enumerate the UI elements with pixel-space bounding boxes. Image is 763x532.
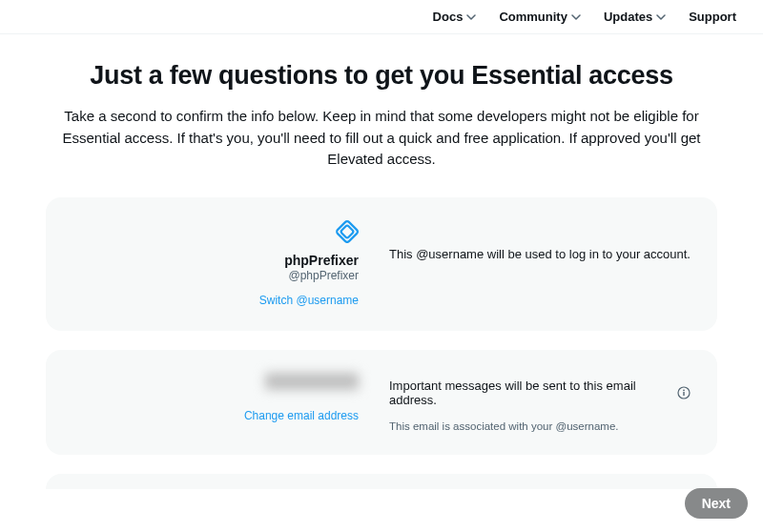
chevron-down-icon — [466, 12, 476, 22]
display-name: phpPrefixer — [72, 253, 359, 268]
svg-point-3 — [683, 389, 685, 391]
nav-community-label: Community — [499, 10, 567, 24]
nav-support-label: Support — [689, 10, 736, 24]
top-nav: Docs Community Updates Support — [0, 0, 763, 34]
page-subtitle: Take a second to confirm the info below.… — [48, 106, 715, 171]
svg-rect-4 — [683, 392, 684, 396]
svg-rect-0 — [340, 224, 354, 237]
nav-updates[interactable]: Updates — [604, 10, 666, 24]
nav-support[interactable]: Support — [689, 10, 736, 24]
username-card-left: phpPrefixer @phpPrefixer Switch @usernam… — [72, 220, 359, 308]
nav-community[interactable]: Community — [499, 10, 581, 24]
change-email-link[interactable]: Change email address — [244, 409, 359, 422]
switch-username-link[interactable]: Switch @username — [259, 294, 359, 307]
email-card-right: Important messages will be sent to this … — [389, 373, 691, 432]
chevron-down-icon — [571, 12, 581, 22]
username-card-desc: This @username will be used to log in to… — [389, 220, 691, 308]
next-card-peek — [46, 474, 717, 489]
next-button[interactable]: Next — [685, 488, 748, 519]
svg-rect-1 — [336, 220, 359, 243]
nav-docs-label: Docs — [433, 10, 464, 24]
username-handle: @phpPrefixer — [72, 269, 359, 282]
main-content: Just a few questions to get you Essentia… — [0, 34, 763, 489]
email-card-left: Change email address — [72, 373, 359, 432]
nav-updates-label: Updates — [604, 10, 652, 24]
username-card: phpPrefixer @phpPrefixer Switch @usernam… — [46, 197, 717, 331]
avatar-icon — [336, 220, 359, 243]
email-card-desc: Important messages will be sent to this … — [389, 379, 671, 407]
email-card: Change email address Important messages … — [46, 350, 717, 455]
page-title: Just a few questions to get you Essentia… — [46, 61, 717, 91]
email-card-desc-line: Important messages will be sent to this … — [389, 379, 691, 407]
chevron-down-icon — [656, 12, 666, 22]
email-value-blurred — [265, 373, 359, 390]
nav-docs[interactable]: Docs — [433, 10, 477, 24]
email-card-subnote: This email is associated with your @user… — [389, 420, 691, 432]
info-icon[interactable] — [677, 386, 691, 399]
